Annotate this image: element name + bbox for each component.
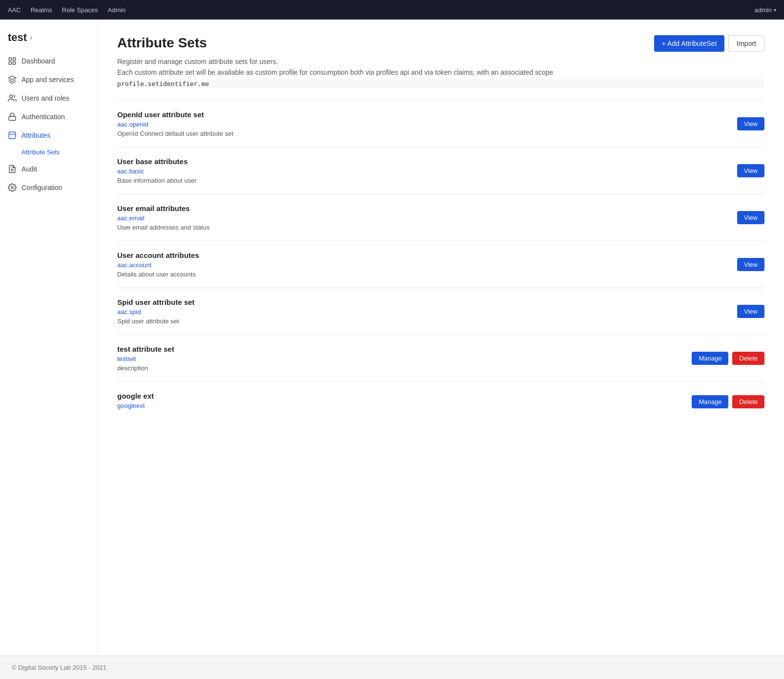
realm-name: test <box>8 31 27 44</box>
attribute-item: User email attributes aac.email User ema… <box>117 194 764 241</box>
delete-button[interactable]: Delete <box>732 352 764 365</box>
sidebar-item-authentication[interactable]: Authentication <box>0 107 97 126</box>
nav-link-role-spaces[interactable]: Role Spaces <box>62 6 98 14</box>
attribute-item-id: aac.openid <box>117 121 737 128</box>
attribute-item-name: User email attributes <box>117 204 737 212</box>
attribute-item-desc: User email addresses and status <box>117 224 737 231</box>
attribute-item-name: User base attributes <box>117 157 737 166</box>
attribute-item-name: User account attributes <box>117 251 737 259</box>
sidebar-item-attributes-label: Attributes <box>21 131 50 139</box>
sidebar-item-app-and-services-label: App and services <box>21 76 74 84</box>
main-content: Attribute Sets + Add AttributeSet Import… <box>98 20 784 656</box>
attribute-item-info: OpenId user attribute set aac.openid Ope… <box>117 110 737 137</box>
svg-rect-5 <box>9 116 16 120</box>
attribute-item-desc: Spid user attribute set <box>117 318 737 325</box>
attribute-item-info: test attribute set testset description <box>117 345 692 372</box>
view-button[interactable]: View <box>737 117 764 130</box>
description-1: Register and manage custom attribute set… <box>117 58 764 65</box>
attribute-item-info: Spid user attribute set aac.spid Spid us… <box>117 298 737 325</box>
attribute-item-desc: description <box>117 364 692 372</box>
add-attribute-set-button[interactable]: + Add AttributeSet <box>654 35 724 52</box>
sidebar-item-attributes[interactable]: Attributes <box>0 126 97 145</box>
page-title: Attribute Sets <box>117 35 207 51</box>
sidebar-item-users-and-roles[interactable]: Users and roles <box>0 89 97 107</box>
apps-icon <box>8 75 17 84</box>
sidebar-item-configuration-label: Configuration <box>21 184 62 191</box>
attribute-item-id: aac.spid <box>117 308 737 316</box>
attribute-item: OpenId user attribute set aac.openid Ope… <box>117 100 764 147</box>
admin-chevron-icon: ▾ <box>774 7 776 13</box>
attribute-item-name: google ext <box>117 392 692 400</box>
attribute-item: User base attributes aac.basic Base info… <box>117 147 764 194</box>
svg-point-9 <box>11 187 14 189</box>
svg-rect-3 <box>13 62 16 64</box>
attribute-item-name: Spid user attribute set <box>117 298 737 306</box>
attribute-item-id: testset <box>117 355 692 362</box>
attribute-item-desc: Details about user accounts <box>117 271 737 278</box>
attribute-item-desc: Base information about user <box>117 177 737 184</box>
sidebar-item-authentication-label: Authentication <box>21 113 65 121</box>
svg-rect-2 <box>9 62 11 64</box>
attribute-item-id: googleext <box>117 402 692 409</box>
attribute-item-name: test attribute set <box>117 345 692 353</box>
import-button[interactable]: Import <box>728 35 764 52</box>
nav-link-admin-link[interactable]: Admin <box>108 6 126 14</box>
attribute-item-name: OpenId user attribute set <box>117 110 737 119</box>
sidebar: test › Dashboard App and services Users … <box>0 20 98 656</box>
attribute-item-desc: OpenId Connect default user attribute se… <box>117 130 737 137</box>
footer: © Digital Society Lab 2015 - 2021 <box>0 656 784 679</box>
view-button[interactable]: View <box>737 164 764 177</box>
attributes-icon <box>8 131 17 140</box>
dashboard-icon <box>8 57 17 65</box>
delete-button[interactable]: Delete <box>732 395 764 408</box>
sidebar-item-dashboard[interactable]: Dashboard <box>0 52 97 70</box>
attribute-item-info: User email attributes aac.email User ema… <box>117 204 737 231</box>
realm-selector[interactable]: test › <box>0 27 97 52</box>
attribute-item-actions: View <box>737 211 764 224</box>
attribute-item-actions: View <box>737 117 764 130</box>
description-2: Each custom attribute set will be availa… <box>117 68 764 76</box>
view-button[interactable]: View <box>737 211 764 224</box>
top-navigation: AAC Realms Role Spaces Admin admin ▾ <box>0 0 784 20</box>
admin-label: admin <box>755 6 772 14</box>
attribute-item-actions: Manage Delete <box>692 395 764 408</box>
attribute-item-id: aac.email <box>117 214 737 222</box>
manage-button[interactable]: Manage <box>692 352 728 365</box>
attribute-item-actions: Manage Delete <box>692 352 764 365</box>
attribute-item: User account attributes aac.account Deta… <box>117 241 764 288</box>
users-icon <box>8 94 17 103</box>
view-button[interactable]: View <box>737 305 764 318</box>
scope-code: profile.setidentifier.me <box>117 79 764 88</box>
svg-point-4 <box>10 95 13 98</box>
admin-menu[interactable]: admin ▾ <box>755 6 776 14</box>
attribute-item-id: aac.account <box>117 261 737 269</box>
attribute-item-info: User base attributes aac.basic Base info… <box>117 157 737 184</box>
svg-rect-0 <box>9 58 11 60</box>
attribute-item-info: google ext googleext <box>117 392 692 411</box>
view-button[interactable]: View <box>737 258 764 271</box>
attribute-item-actions: View <box>737 258 764 271</box>
attribute-list: OpenId user attribute set aac.openid Ope… <box>117 100 764 421</box>
attribute-item-actions: View <box>737 164 764 177</box>
sidebar-item-dashboard-label: Dashboard <box>21 57 55 65</box>
config-icon <box>8 183 17 192</box>
sidebar-item-app-and-services[interactable]: App and services <box>0 70 97 89</box>
attribute-item-id: aac.basic <box>117 168 737 175</box>
sidebar-item-audit[interactable]: Audit <box>0 160 97 178</box>
attribute-item-actions: View <box>737 305 764 318</box>
nav-link-realms[interactable]: Realms <box>31 6 52 14</box>
audit-icon <box>8 165 17 173</box>
svg-rect-1 <box>13 58 16 60</box>
footer-copyright: © Digital Society Lab 2015 - 2021 <box>12 664 106 671</box>
sidebar-sub-item-attribute-sets[interactable]: Attribute Sets <box>0 145 97 160</box>
lock-icon <box>8 112 17 121</box>
sidebar-item-users-and-roles-label: Users and roles <box>21 94 69 102</box>
attribute-item: Spid user attribute set aac.spid Spid us… <box>117 288 764 335</box>
header-buttons: + Add AttributeSet Import <box>654 35 764 52</box>
attribute-item-info: User account attributes aac.account Deta… <box>117 251 737 278</box>
nav-link-aac[interactable]: AAC <box>8 6 21 14</box>
attribute-item: test attribute set testset description M… <box>117 335 764 382</box>
sidebar-item-audit-label: Audit <box>21 165 37 173</box>
manage-button[interactable]: Manage <box>692 395 728 408</box>
sidebar-item-configuration[interactable]: Configuration <box>0 178 97 197</box>
